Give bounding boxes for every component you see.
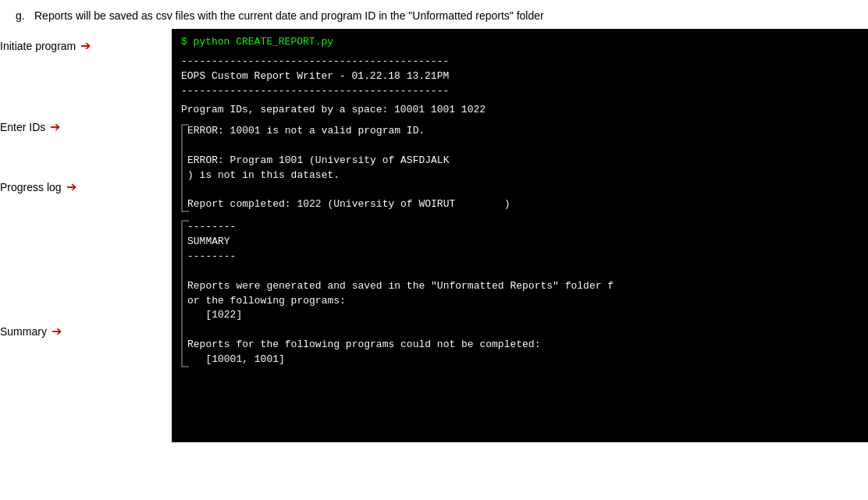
- summary-line2: or the following programs:: [187, 294, 859, 309]
- title-line: EOPS Custom Report Writer - 01.22.18 13.…: [181, 69, 859, 84]
- progress-log-arrow-icon: ➔: [66, 181, 76, 193]
- summary-arrow-icon: ➔: [52, 325, 62, 338]
- enter-ids-label: Enter IDs: [0, 121, 45, 133]
- initiate-label: Initiate program: [0, 40, 76, 52]
- labels-panel: Initiate program ➔ Enter IDs ➔ Progress …: [0, 29, 172, 442]
- summary-line4: Reports for the following programs could…: [187, 338, 859, 353]
- initiate-arrow-icon: ➔: [80, 40, 91, 52]
- summary-sep1: --------: [187, 220, 859, 235]
- instruction-list-item: g. Reports will be saved as csv files wi…: [16, 8, 852, 24]
- summary-label-item: Summary ➔: [0, 325, 62, 338]
- instruction-text: Reports will be saved as csv files with …: [34, 8, 544, 24]
- progress-line-1: [187, 139, 859, 154]
- prompt-line: $ python CREATE_REPORT.py: [181, 35, 859, 50]
- summary-blank1: [187, 264, 859, 279]
- instruction-area: g. Reports will be saved as csv files wi…: [0, 0, 868, 29]
- summary-section: -------- SUMMARY -------- Reports were g…: [181, 220, 859, 367]
- summary-line3: [1022]: [187, 308, 859, 323]
- progress-log-section: ERROR: 10001 is not a valid program ID. …: [181, 124, 859, 212]
- progress-line-3: ) is not in this dataset.: [187, 168, 859, 183]
- enter-ids-arrow-icon: ➔: [50, 121, 60, 133]
- progress-line-2: ERROR: Program 1001 (University of ASFDJ…: [187, 154, 859, 168]
- progress-log-label: Progress log: [0, 181, 62, 193]
- progress-line-5: Report completed: 1022 (University of WO…: [187, 197, 859, 212]
- progress-line-4: [187, 183, 859, 198]
- separator1: ----------------------------------------…: [181, 55, 859, 69]
- summary-header: SUMMARY: [187, 235, 859, 250]
- progress-log-label-item: Progress log ➔: [0, 181, 76, 193]
- progress-line-0: ERROR: 10001 is not a valid program ID.: [187, 124, 859, 139]
- initiate-label-item: Initiate program ➔: [0, 40, 91, 52]
- separator2: ----------------------------------------…: [181, 84, 859, 99]
- list-marker: g.: [16, 8, 30, 24]
- terminal-panel: $ python CREATE_REPORT.py --------------…: [172, 29, 868, 442]
- enter-ids-label-item: Enter IDs ➔: [0, 121, 60, 133]
- summary-sep2: --------: [187, 250, 859, 264]
- summary-blank2: [187, 323, 859, 338]
- page-wrapper: g. Reports will be saved as csv files wi…: [0, 0, 868, 442]
- main-content: Initiate program ➔ Enter IDs ➔ Progress …: [0, 29, 868, 442]
- summary-label: Summary: [0, 325, 47, 338]
- ids-prompt-line: Program IDs, separated by a space: 10001…: [181, 103, 859, 118]
- summary-line5: [10001, 1001]: [187, 353, 859, 367]
- summary-line1: Reports were generated and saved in the …: [187, 279, 859, 294]
